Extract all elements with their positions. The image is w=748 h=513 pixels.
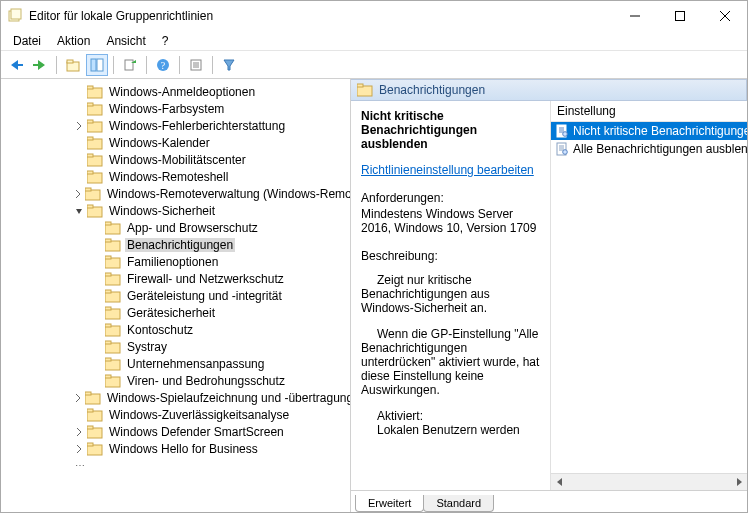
- menubar: Datei Aktion Ansicht ?: [1, 31, 747, 51]
- minimize-button[interactable]: [612, 1, 657, 31]
- tree-item[interactable]: Windows-Spielaufzeichnung und -übertragu…: [1, 389, 350, 406]
- tree-item[interactable]: Gerätesicherheit: [1, 304, 350, 321]
- folder-icon: [87, 153, 103, 167]
- expand-icon[interactable]: [73, 426, 85, 438]
- tree-item[interactable]: Geräteleistung und -integrität: [1, 287, 350, 304]
- tree-item-label: Windows-Anmeldeoptionen: [107, 85, 257, 99]
- svg-rect-48: [105, 341, 111, 344]
- svg-rect-20: [87, 103, 93, 106]
- expand-icon[interactable]: [73, 205, 85, 217]
- tree-item[interactable]: Windows-Remoteverwaltung (Windows-Remote…: [1, 185, 350, 202]
- export-button[interactable]: [119, 54, 141, 76]
- folder-icon: [105, 323, 121, 337]
- expand-icon[interactable]: [73, 188, 83, 200]
- column-header-setting[interactable]: Einstellung: [551, 101, 747, 122]
- tree-item[interactable]: Benachrichtigungen: [1, 236, 350, 253]
- expand-icon: [91, 273, 103, 285]
- tree-item[interactable]: Firewall- und Netzwerkschutz: [1, 270, 350, 287]
- expand-icon: [73, 409, 85, 421]
- folder-icon: [85, 187, 101, 201]
- svg-rect-28: [87, 171, 93, 174]
- up-button[interactable]: [62, 54, 84, 76]
- menu-help[interactable]: ?: [154, 32, 177, 50]
- expand-icon: [91, 358, 103, 370]
- menu-action[interactable]: Aktion: [49, 32, 98, 50]
- filter-button[interactable]: [218, 54, 240, 76]
- svg-rect-34: [105, 222, 111, 225]
- folder-icon: [87, 119, 103, 133]
- tab-standard[interactable]: Standard: [423, 495, 494, 512]
- expand-icon: [91, 222, 103, 234]
- list-item[interactable]: Alle Benachrichtigungen ausblende: [551, 140, 747, 158]
- folder-icon: [105, 357, 121, 371]
- tree-item[interactable]: Kontoschutz: [1, 321, 350, 338]
- tree-item[interactable]: App- und Browserschutz: [1, 219, 350, 236]
- tree-item[interactable]: Windows-Remoteshell: [1, 168, 350, 185]
- scroll-right-icon[interactable]: [730, 474, 747, 491]
- svg-rect-62: [357, 84, 363, 87]
- svg-rect-54: [85, 392, 91, 395]
- tree-item-label: Viren- und Bedrohungsschutz: [125, 374, 287, 388]
- forward-button[interactable]: [29, 54, 51, 76]
- expand-icon[interactable]: [73, 120, 85, 132]
- tree-item[interactable]: Windows-Farbsystem: [1, 100, 350, 117]
- tree-item-label: Gerätesicherheit: [125, 306, 217, 320]
- window-title: Editor für lokale Gruppenrichtlinien: [29, 9, 612, 23]
- close-button[interactable]: [702, 1, 747, 31]
- list-item[interactable]: Nicht kritische Benachrichtigungen: [551, 122, 747, 140]
- tree-item[interactable]: Windows Defender SmartScreen: [1, 423, 350, 440]
- description-label: Beschreibung:: [361, 249, 540, 263]
- tree-item[interactable]: Windows-Zuverlässigkeitsanalyse: [1, 406, 350, 423]
- folder-icon: [87, 442, 103, 456]
- show-hide-tree-button[interactable]: [86, 54, 108, 76]
- menu-file[interactable]: Datei: [5, 32, 49, 50]
- tree-item-label: Windows Hello for Business: [107, 442, 260, 456]
- edit-policy-link[interactable]: Richtlinieneinstellung bearbeiten: [361, 163, 534, 177]
- svg-rect-60: [87, 443, 93, 446]
- svg-rect-3: [675, 12, 684, 21]
- expand-icon[interactable]: [73, 443, 85, 455]
- section-title: Benachrichtigungen: [379, 83, 485, 97]
- tree-item[interactable]: Familienoptionen: [1, 253, 350, 270]
- svg-rect-7: [67, 60, 73, 63]
- folder-icon: [87, 136, 103, 150]
- expand-icon[interactable]: [73, 392, 83, 404]
- tree-panel[interactable]: Windows-AnmeldeoptionenWindows-Farbsyste…: [1, 79, 351, 512]
- svg-rect-52: [105, 375, 111, 378]
- tree-item[interactable]: Windows-Mobilitätscenter: [1, 151, 350, 168]
- scroll-left-icon[interactable]: [551, 474, 568, 491]
- expand-icon: [73, 86, 85, 98]
- tree-item-label: Windows-Farbsystem: [107, 102, 226, 116]
- maximize-button[interactable]: [657, 1, 702, 31]
- menu-view[interactable]: Ansicht: [98, 32, 153, 50]
- folder-icon: [87, 170, 103, 184]
- folder-icon: [105, 221, 121, 235]
- tree-item[interactable]: Unternehmensanpassung: [1, 355, 350, 372]
- properties-button[interactable]: [185, 54, 207, 76]
- tree-item[interactable]: Windows-Anmeldeoptionen: [1, 83, 350, 100]
- svg-rect-10: [125, 60, 133, 70]
- expand-icon: [91, 324, 103, 336]
- tree-item-label: Windows Defender SmartScreen: [107, 425, 286, 439]
- folder-icon: [85, 391, 101, 405]
- tree-item-label: Windows-Remoteverwaltung (Windows-Remote…: [105, 187, 351, 201]
- tree-item[interactable]: Windows Hello for Business: [1, 440, 350, 457]
- settings-list[interactable]: Einstellung Nicht kritische Benachrichti…: [551, 101, 747, 473]
- tree-item[interactable]: Windows-Kalender: [1, 134, 350, 151]
- list-hscroll[interactable]: [551, 473, 747, 490]
- help-button[interactable]: ?: [152, 54, 174, 76]
- folder-icon: [105, 255, 121, 269]
- tree-item[interactable]: Windows-Sicherheit: [1, 202, 350, 219]
- tree-item[interactable]: Viren- und Bedrohungsschutz: [1, 372, 350, 389]
- tree-item[interactable]: Systray: [1, 338, 350, 355]
- back-button[interactable]: [5, 54, 27, 76]
- tab-extended[interactable]: Erweitert: [355, 495, 424, 512]
- description-p3a: Aktiviert:: [361, 409, 540, 423]
- tree-item-label: Windows-Fehlerberichterstattung: [107, 119, 287, 133]
- tree-item-label: Familienoptionen: [125, 255, 220, 269]
- section-header: Benachrichtigungen: [351, 79, 747, 101]
- toolbar: ?: [1, 51, 747, 79]
- tree-item-label: Windows-Remoteshell: [107, 170, 230, 184]
- tree-item[interactable]: Windows-Fehlerberichterstattung: [1, 117, 350, 134]
- svg-rect-1: [11, 9, 21, 19]
